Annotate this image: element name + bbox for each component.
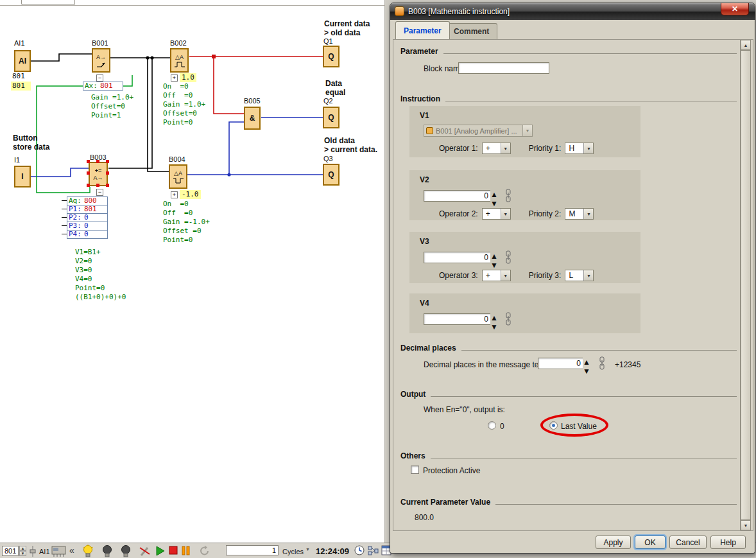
radio-output-zero[interactable] <box>488 421 496 430</box>
dropdown-arrow-icon[interactable]: ▼ <box>522 125 532 136</box>
selection-handle[interactable] <box>106 171 109 175</box>
spin-down-icon[interactable]: ▼ <box>490 199 499 208</box>
fbd-canvas[interactable]: Current data > old data Data equal Old d… <box>0 0 385 543</box>
network-icon[interactable] <box>368 545 379 556</box>
priority3-select[interactable]: L▼ <box>565 270 594 281</box>
selection-handle[interactable] <box>96 184 99 187</box>
selection-handle[interactable] <box>106 160 109 163</box>
selection-handle[interactable] <box>106 184 109 187</box>
pause-icon[interactable] <box>182 546 191 555</box>
block-b002[interactable]: △A <box>170 48 189 73</box>
v2-spinner[interactable]: 0▲▼ <box>424 190 499 202</box>
spin-up-icon[interactable]: ▲ <box>490 190 499 199</box>
priority1-select[interactable]: H▼ <box>565 143 594 154</box>
close-button[interactable]: ✕ <box>721 3 749 15</box>
protection-checkbox[interactable] <box>411 466 419 474</box>
v4-value[interactable]: 0 <box>424 313 490 325</box>
selection-handle[interactable] <box>87 160 90 163</box>
b003-param-row[interactable]: P3: 0 <box>67 222 108 231</box>
link-parameter-icon[interactable] <box>504 312 512 326</box>
operator1-select[interactable]: +▼ <box>482 143 511 154</box>
cycles-input[interactable]: 1 <box>226 545 279 555</box>
scrollbar-thumb[interactable] <box>741 50 751 520</box>
block-name-input[interactable] <box>458 62 549 74</box>
priority2-select[interactable]: M▼ <box>565 208 594 220</box>
operator3-select[interactable]: +▼ <box>482 270 511 281</box>
cycles-dropdown-icon[interactable]: ▼ <box>305 547 310 552</box>
scroll-down-icon[interactable]: ▼ <box>741 520 751 530</box>
block-b005[interactable]: & <box>244 107 261 130</box>
clock-icon[interactable] <box>354 545 365 556</box>
spin-up-icon[interactable]: ▲ <box>490 252 499 261</box>
v2-value[interactable]: 0 <box>424 190 490 202</box>
expand-box-b002[interactable]: + <box>171 74 178 82</box>
spin-up-icon[interactable]: ▲ <box>490 313 499 322</box>
block-q2[interactable]: Q <box>323 107 339 128</box>
spin-down-icon[interactable]: ▼ <box>19 551 26 556</box>
play-icon[interactable] <box>155 546 166 556</box>
v1-reference-combo[interactable]: B001 [Analog Amplifier] ... ▼ <box>424 125 533 137</box>
link-parameter-icon[interactable] <box>504 250 512 264</box>
b003-param-row[interactable]: Aq: 800 <box>67 196 108 205</box>
selection-handle[interactable] <box>87 171 90 175</box>
help-button[interactable]: Help <box>710 536 746 549</box>
collapse-box-b003[interactable]: − <box>96 189 103 196</box>
module-icon[interactable] <box>51 545 67 557</box>
ok-button[interactable]: OK <box>635 536 666 549</box>
slider-icon[interactable] <box>29 545 37 557</box>
radio-output-zero-label[interactable]: 0 <box>500 422 504 431</box>
spin-down-icon[interactable]: ▼ <box>583 367 592 376</box>
block-ai1[interactable]: AI <box>14 50 31 72</box>
block-b001[interactable]: A→ <box>92 48 110 73</box>
link-parameter-icon[interactable] <box>504 189 512 202</box>
dialog-titlebar[interactable]: B003 [Mathematic instruction] <box>390 3 755 20</box>
lamp-off-icon[interactable] <box>119 545 132 557</box>
dialog-scrollbar[interactable]: ▲ ▼ <box>740 40 750 530</box>
ai1-value-highlight[interactable]: 801 <box>11 82 31 91</box>
wire-b002-b005[interactable] <box>214 57 244 114</box>
spin-down-icon[interactable]: ▼ <box>490 261 499 270</box>
expand-box-b004[interactable]: + <box>171 191 178 198</box>
ai-value-spinner[interactable]: ▲ ▼ <box>19 546 26 556</box>
link-parameter-icon[interactable] <box>598 356 606 370</box>
selection-handle[interactable] <box>87 184 90 187</box>
wire-i1-b003[interactable] <box>31 168 89 177</box>
b002-threshold-highlight[interactable]: 1.0 <box>180 73 196 82</box>
v3-value[interactable]: 0 <box>424 252 490 263</box>
scroll-up-icon[interactable]: ▲ <box>741 40 751 50</box>
wire-ai1-b001[interactable] <box>31 54 92 61</box>
tab-parameter[interactable]: Parameter <box>395 21 450 39</box>
wire-b004-b005[interactable] <box>229 122 244 175</box>
decimal-value[interactable]: 0 <box>538 358 583 369</box>
block-q3[interactable]: Q <box>323 164 339 186</box>
lamp-on-icon[interactable] <box>82 545 94 557</box>
dropdown-arrow-icon[interactable]: ▼ <box>583 270 593 281</box>
probe-tool-icon[interactable] <box>139 545 151 557</box>
spin-down-icon[interactable]: ▼ <box>490 322 499 331</box>
block-b004[interactable]: △A <box>169 164 187 189</box>
collapse-box-b001[interactable]: − <box>96 74 103 82</box>
collapse-panel-icon[interactable]: « <box>69 545 74 555</box>
dropdown-arrow-icon[interactable]: ▼ <box>501 143 510 153</box>
decimal-spinner[interactable]: 0▲▼ <box>538 358 592 369</box>
cancel-button[interactable]: Cancel <box>669 536 707 549</box>
apply-button[interactable]: Apply <box>596 536 631 549</box>
b004-threshold-highlight[interactable]: -1.0 <box>180 190 201 199</box>
operator2-select[interactable]: +▼ <box>482 208 511 220</box>
selection-handle[interactable] <box>96 160 99 163</box>
block-q1[interactable]: Q <box>323 46 339 67</box>
protection-label[interactable]: Protection Active <box>423 466 480 475</box>
v3-spinner[interactable]: 0▲▼ <box>424 252 499 263</box>
refresh-icon[interactable] <box>199 545 210 557</box>
b003-param-row[interactable]: P1: 801 <box>67 205 108 214</box>
tab-comment[interactable]: Comment <box>445 23 497 39</box>
ai-value-field[interactable]: 801 <box>2 546 19 556</box>
dropdown-arrow-icon[interactable]: ▼ <box>501 270 510 281</box>
lamp-off-icon[interactable] <box>101 545 114 557</box>
dropdown-arrow-icon[interactable]: ▼ <box>583 143 593 153</box>
spin-up-icon[interactable]: ▲ <box>583 358 592 367</box>
b003-param-row[interactable]: P4: 0 <box>67 230 108 239</box>
dropdown-arrow-icon[interactable]: ▼ <box>501 209 510 219</box>
b001-ax-box[interactable]: Ax: 801 <box>83 82 123 91</box>
reference-line-b001[interactable] <box>123 75 132 86</box>
